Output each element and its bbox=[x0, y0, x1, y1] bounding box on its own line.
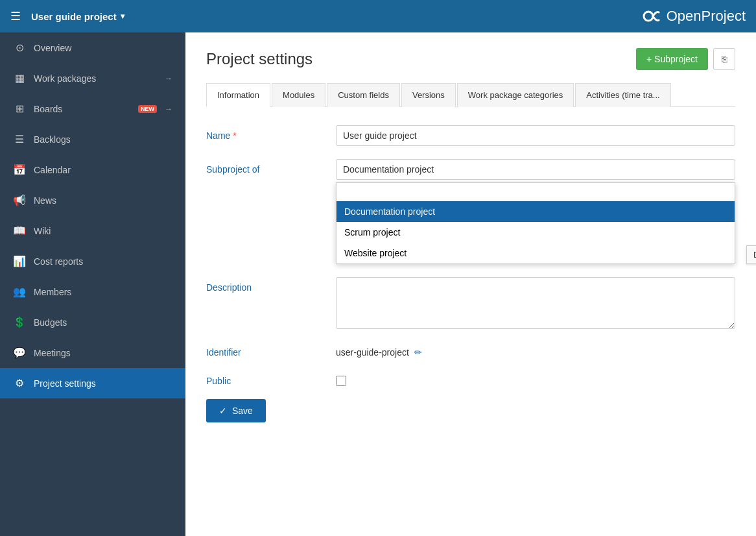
members-icon: 👥 bbox=[13, 286, 26, 298]
page-header: Project settings + Subproject ⎘ bbox=[206, 48, 735, 70]
main-layout: ⊙ Overview ▦ Work packages → ⊞ Boards NE… bbox=[0, 32, 756, 536]
name-label: Name * bbox=[206, 125, 323, 141]
sidebar: ⊙ Overview ▦ Work packages → ⊞ Boards NE… bbox=[0, 32, 185, 536]
cost-reports-icon: 📊 bbox=[13, 255, 26, 267]
project-name-label: User guide project bbox=[31, 11, 117, 22]
budgets-icon: 💲 bbox=[13, 316, 26, 328]
meetings-icon: 💬 bbox=[13, 347, 26, 359]
logo-area: OpenProject bbox=[641, 6, 746, 27]
top-header: ☰ User guide project ▾ OpenProject bbox=[0, 0, 756, 32]
sidebar-item-meetings[interactable]: 💬 Meetings bbox=[0, 337, 185, 368]
work-packages-icon: ▦ bbox=[13, 72, 26, 84]
overview-icon: ⊙ bbox=[13, 42, 26, 54]
wiki-icon: 📖 bbox=[13, 225, 26, 237]
subproject-row: Subproject of Documentation project Scru… bbox=[206, 159, 735, 264]
identifier-row: Identifier user-guide-project ✏ bbox=[206, 342, 735, 358]
dropdown-option-scrum[interactable]: Scrum project Documentation project bbox=[337, 222, 735, 243]
main-content: Project settings + Subproject ⎘ Informat… bbox=[185, 32, 756, 536]
name-required: * bbox=[233, 130, 236, 141]
public-checkbox[interactable] bbox=[336, 376, 346, 386]
sidebar-item-calendar[interactable]: 📅 Calendar bbox=[0, 154, 185, 185]
tab-custom-fields[interactable]: Custom fields bbox=[327, 83, 400, 107]
name-input[interactable] bbox=[336, 125, 735, 146]
news-icon: 📢 bbox=[13, 194, 26, 206]
tab-information[interactable]: Information bbox=[206, 83, 270, 107]
sidebar-item-overview[interactable]: ⊙ Overview bbox=[0, 32, 185, 63]
dropdown-option-documentation[interactable]: Documentation project bbox=[337, 201, 735, 222]
save-label: Save bbox=[232, 406, 253, 416]
subproject-button[interactable]: + Subproject bbox=[636, 48, 708, 70]
name-row: Name * bbox=[206, 125, 735, 146]
sidebar-item-work-packages[interactable]: ▦ Work packages → bbox=[0, 63, 185, 93]
hamburger-icon[interactable]: ☰ bbox=[10, 9, 21, 23]
calendar-icon: 📅 bbox=[13, 164, 26, 176]
subproject-label: Subproject of bbox=[206, 159, 323, 175]
sidebar-item-boards[interactable]: ⊞ Boards NEW → bbox=[0, 93, 185, 124]
settings-tabs: Information Modules Custom fields Versio… bbox=[206, 83, 735, 107]
public-label: Public bbox=[206, 371, 323, 386]
subproject-dropdown-wrapper: Documentation project Scrum project Webs… bbox=[336, 159, 735, 264]
copy-icon: ⎘ bbox=[722, 54, 727, 64]
public-row: Public bbox=[206, 371, 735, 386]
dropdown-option-website[interactable]: Website project bbox=[337, 243, 735, 263]
logo-text: OpenProject bbox=[667, 8, 746, 25]
dropdown-tooltip: Documentation project bbox=[746, 245, 756, 264]
tab-activities[interactable]: Activities (time tra... bbox=[575, 83, 670, 107]
save-check-icon: ✓ bbox=[219, 406, 227, 416]
page-title: Project settings bbox=[206, 50, 313, 68]
identifier-label: Identifier bbox=[206, 342, 323, 358]
tab-work-package-categories[interactable]: Work package categories bbox=[457, 83, 574, 107]
openproject-logo-icon bbox=[641, 6, 661, 27]
project-settings-icon: ⚙ bbox=[13, 377, 26, 389]
boards-icon: ⊞ bbox=[13, 103, 26, 115]
boards-arrow: → bbox=[165, 104, 172, 114]
boards-new-badge: NEW bbox=[138, 105, 157, 113]
identifier-text: user-guide-project bbox=[336, 347, 409, 358]
chevron-down-icon: ▾ bbox=[121, 12, 124, 21]
dropdown-open-list: Documentation project Scrum project Docu… bbox=[336, 182, 735, 264]
backlogs-icon: ☰ bbox=[13, 133, 26, 145]
sidebar-item-members[interactable]: 👥 Members bbox=[0, 276, 185, 307]
sidebar-item-project-settings[interactable]: ⚙ Project settings bbox=[0, 368, 185, 398]
identifier-value-area: user-guide-project ✏ bbox=[336, 342, 422, 358]
project-selector[interactable]: User guide project ▾ bbox=[31, 11, 124, 22]
description-label: Description bbox=[206, 277, 323, 293]
tab-modules[interactable]: Modules bbox=[272, 83, 325, 107]
sidebar-item-news[interactable]: 📢 News bbox=[0, 185, 185, 215]
settings-form: Name * Subproject of Documentation proje… bbox=[206, 125, 735, 422]
sidebar-item-wiki[interactable]: 📖 Wiki bbox=[0, 215, 185, 246]
header-actions: + Subproject ⎘ bbox=[636, 48, 735, 70]
work-packages-arrow: → bbox=[165, 74, 172, 83]
description-textarea[interactable] bbox=[336, 277, 735, 329]
identifier-edit-icon[interactable]: ✏ bbox=[414, 347, 422, 358]
description-row: Description bbox=[206, 277, 735, 329]
copy-button[interactable]: ⎘ bbox=[713, 48, 735, 70]
subproject-select[interactable]: Documentation project Scrum project Webs… bbox=[336, 159, 735, 180]
dropdown-search-input[interactable] bbox=[337, 183, 735, 201]
save-button[interactable]: ✓ Save bbox=[206, 399, 266, 422]
sidebar-item-cost-reports[interactable]: 📊 Cost reports bbox=[0, 246, 185, 276]
sidebar-item-backlogs[interactable]: ☰ Backlogs bbox=[0, 124, 185, 154]
svg-point-0 bbox=[644, 12, 653, 21]
sidebar-item-budgets[interactable]: 💲 Budgets bbox=[0, 307, 185, 337]
tab-versions[interactable]: Versions bbox=[401, 83, 456, 107]
